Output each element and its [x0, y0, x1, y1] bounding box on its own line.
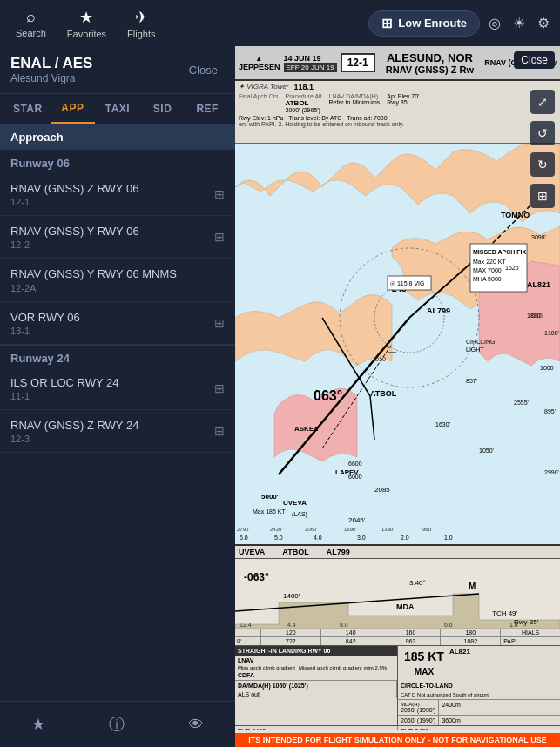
search-icon: ⌕ — [26, 8, 36, 26]
svg-text:2420': 2420' — [270, 527, 283, 532]
list-item-rnav-gnss-z-06[interactable]: RNAV (GNSS) Z RWY 06 12-1 ⊞ — [0, 173, 235, 216]
svg-text:2045': 2045' — [348, 516, 366, 524]
eye-bottom-button[interactable]: 👁 — [181, 709, 211, 741]
chart-close-button[interactable]: Close — [514, 51, 555, 69]
airplane-icon: ✈ — [135, 8, 148, 27]
lnav-mins-row2: 2060' (1990') 3600m — [398, 715, 560, 725]
val-963: 963 — [381, 637, 442, 645]
svg-text:ATBOL: ATBOL — [370, 389, 397, 398]
uveva-label: UVEVA — [239, 548, 265, 556]
chart-layers-icon-2: ⊞ — [214, 230, 225, 244]
search-nav-item[interactable]: ⌕ Search — [7, 4, 55, 42]
rwy-elev-val: Rwy Elev: 1 hPa — [239, 115, 283, 121]
layers-chart-button[interactable]: ⊞ — [530, 184, 555, 208]
gradient-row: Miss apch climb gradient Missed apch cli… — [235, 665, 397, 670]
item-text-group: RNAV (GNSS) Y RWY 06 12-2 — [10, 224, 139, 250]
low-enroute-label: Low Enroute — [398, 17, 467, 30]
da-row: DA/MDA(H) 1060' (1025') — [235, 680, 397, 690]
chart-map-area[interactable]: TOMNO AL821 ATBOL AL799 ASKEX LAPEV UVEV… — [235, 144, 560, 544]
svg-text:UVEVA: UVEVA — [283, 499, 307, 507]
svg-text:AL799: AL799 — [427, 306, 450, 315]
fullscreen-button[interactable]: ⤢ — [530, 90, 555, 114]
svg-text:CIRCLING: CIRCLING — [466, 339, 495, 345]
brightness-button[interactable]: ☀ — [509, 11, 529, 35]
list-item-vor-06[interactable]: VOR RWY 06 13-1 ⊞ — [0, 302, 235, 345]
minimums-section: STRAIGHT-IN LANDING RWY 06 LNAV Miss apc… — [235, 646, 560, 725]
svg-text:4.0: 4.0 — [314, 535, 322, 541]
refresh-button[interactable]: ↺ — [530, 121, 555, 145]
tab-star[interactable]: STAR — [5, 95, 51, 123]
refresh-icon: ↺ — [537, 126, 548, 140]
val-1082: 1082 — [441, 637, 501, 645]
svg-text:3.0: 3.0 — [357, 535, 366, 541]
left-panel: ENAL / AES Alesund Vigra Close STAR APP … — [0, 46, 235, 701]
info-icon: ⓘ — [109, 716, 125, 733]
tab-ref[interactable]: REF — [185, 95, 230, 123]
bottom-bar: ★ ⓘ 👁 — [0, 701, 235, 747]
spd-160: 160 — [381, 629, 442, 636]
info-strip-row1: ✦ VIGRA Tower 118.1 — [239, 83, 557, 91]
climb-gradient-label: Miss apch climb gradient — [238, 665, 295, 670]
item-name: VOR RWY 06 — [10, 310, 80, 326]
svg-text:(LAS): (LAS) — [292, 511, 307, 518]
svg-text:2990': 2990' — [544, 469, 559, 475]
chart-svg: TOMNO AL821 ATBOL AL799 ASKEX LAPEV UVEV… — [235, 144, 560, 544]
tab-app[interactable]: APP — [51, 94, 96, 124]
favorites-nav-item[interactable]: ★ Favorites — [58, 4, 115, 43]
chart-bottom-strip: UVEVA ATBOL AL799 -063° 3.40° 1400' — [235, 544, 560, 730]
chart-layers-icon: ⊞ — [214, 187, 225, 201]
svg-text:6.6: 6.6 — [444, 622, 453, 628]
list-item-rnav-gnss-y-06[interactable]: RNAV (GNSS) Y RWY 06 12-2 ⊞ — [0, 216, 235, 259]
straight-in-label: STRAIGHT-IN LANDING RWY 06 — [235, 646, 397, 656]
item-code: 12-1 — [10, 197, 138, 207]
svg-text:1.4: 1.4 — [509, 622, 518, 628]
svg-text:5.0: 5.0 — [274, 535, 283, 541]
flights-nav-item[interactable]: ✈ Flights — [118, 4, 164, 43]
settings-button[interactable]: ⚙ — [534, 11, 553, 35]
item-name: ILS OR LOC RWY 24 — [10, 375, 119, 391]
item-text-group: VOR RWY 06 13-1 — [10, 310, 80, 336]
item-name: RNAV (GNSS) Z RWY 06 — [10, 181, 138, 197]
chart-toolbar: ⤢ ↺ ↻ ⊞ — [530, 90, 555, 208]
val-842: 842 — [321, 637, 381, 645]
procedure-title: RNAV (GNSS) Z Rw — [379, 64, 481, 75]
svg-text:M: M — [469, 582, 476, 591]
favorites-label: Favorites — [67, 29, 106, 39]
item-code: 11-1 — [10, 391, 119, 401]
tab-taxi[interactable]: TAXI — [95, 95, 140, 123]
speed-val-row: 0° 722 842 963 1082 PAPI — [235, 637, 560, 645]
rvr-section: RVR 2400m RVR 2400m — [235, 725, 560, 730]
info-bottom-button[interactable]: ⓘ — [102, 707, 132, 742]
svg-text:LIGHT: LIGHT — [466, 347, 484, 353]
chart-content[interactable]: ▲ JEPPESEN 14 JUN 19 EFF 20 JUN 19 12-1 … — [235, 46, 560, 747]
da-val: DA/MDA(H) 1060' (1025') — [235, 681, 397, 690]
cat-d-label: CAT D Not authorized South of airport — [398, 690, 560, 699]
list-item-ils-24[interactable]: ILS OR LOC RWY 24 11-1 ⊞ — [0, 367, 235, 410]
favorites-bottom-button[interactable]: ★ — [24, 708, 52, 741]
circle-label: CIRCLE-TO-LAND — [398, 681, 560, 690]
chart-date: 14 JUN 19 — [284, 54, 337, 63]
list-item-rnav-gnss-z-24[interactable]: RNAV (GNSS) Z RWY 24 12-3 ⊞ — [0, 410, 235, 453]
airport-chart-title: ALESUND, NOR — [379, 51, 481, 64]
low-enroute-button[interactable]: ⊞ Low Enroute — [368, 10, 480, 37]
atbol-label-bottom: ATBOL — [282, 548, 308, 556]
flights-label: Flights — [127, 29, 155, 39]
rotate-button[interactable]: ↻ — [530, 152, 555, 177]
airport-close-button[interactable]: Close — [182, 62, 225, 78]
svg-text:TOMNO: TOMNO — [501, 211, 530, 219]
nav-left-group: ⌕ Search ★ Favorites ✈ Flights — [7, 4, 165, 43]
layers-icon: ⊞ — [381, 16, 393, 31]
svg-text:2790': 2790' — [237, 527, 250, 532]
freq-label: 118.1 — [294, 83, 314, 91]
list-item-rnav-gnss-y-06-mnms[interactable]: RNAV (GNSS) Y RWY 06 MNMS 12-2A — [0, 259, 235, 301]
apch-crs: Final Apch Crs — [239, 93, 279, 113]
degree-label: 0° — [235, 637, 261, 645]
location-button[interactable]: ◎ — [485, 11, 504, 35]
spd-120: 120 — [261, 629, 321, 636]
hials-label: HIALS — [501, 629, 560, 636]
tab-sid[interactable]: SID — [140, 95, 186, 123]
cdfa-label: CDFA — [238, 672, 254, 678]
fullscreen-icon: ⤢ — [537, 95, 548, 109]
svg-text:1100': 1100' — [544, 330, 559, 336]
svg-text:12.4: 12.4 — [240, 622, 252, 628]
